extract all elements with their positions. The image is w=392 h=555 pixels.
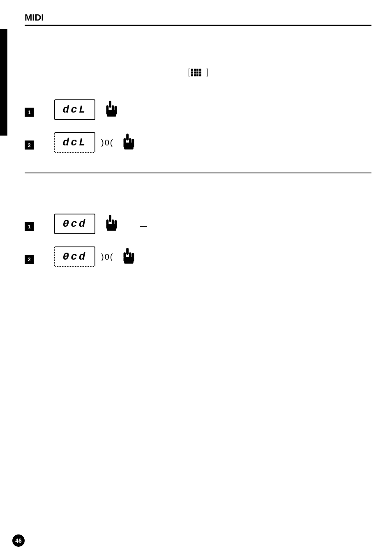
step2-box: 2 bbox=[25, 140, 34, 150]
section2-step1-box: 1 bbox=[25, 222, 34, 231]
speaker-close-icon: ) bbox=[101, 138, 104, 147]
page-container: MIDI 1 bbox=[0, 0, 392, 555]
s2-speaker-mid-icon: 0 bbox=[105, 252, 109, 262]
page-number: 46 bbox=[12, 534, 25, 547]
svg-rect-18 bbox=[127, 248, 129, 255]
svg-rect-5 bbox=[107, 113, 116, 116]
svg-rect-23 bbox=[125, 260, 134, 263]
section1-step2: 2 dcL ) 0 ( bbox=[25, 129, 371, 160]
s2-speaker-open-icon: ( bbox=[110, 252, 113, 262]
left-sidebar bbox=[0, 29, 7, 136]
step2-speaker-icons: ) 0 ( bbox=[101, 138, 113, 147]
step1-box: 1 bbox=[25, 108, 34, 117]
section2: 1 0cd bbox=[25, 210, 371, 274]
section2-step1-display-row: 0cd bbox=[54, 214, 371, 234]
svg-rect-12 bbox=[109, 215, 111, 222]
top-spacer bbox=[25, 26, 371, 63]
underline-ref bbox=[140, 221, 147, 227]
s2-speaker-close-icon: ) bbox=[101, 252, 104, 262]
section1: 1 dcL bbox=[25, 96, 371, 160]
page-title: MIDI bbox=[25, 12, 371, 23]
step1-hand-icon bbox=[101, 99, 122, 120]
step1-dcl-display: dcL bbox=[54, 99, 95, 120]
svg-rect-11 bbox=[125, 146, 134, 149]
keyboard-icon-area bbox=[25, 68, 371, 77]
section2-step1-ocd-display: 0cd bbox=[54, 214, 95, 234]
section2-step2: 2 0cd ) 0 ( bbox=[25, 243, 371, 274]
header: MIDI bbox=[25, 12, 371, 26]
svg-rect-0 bbox=[109, 101, 111, 108]
section2-step1-hand-icon bbox=[101, 214, 122, 234]
section2-step1: 1 0cd bbox=[25, 210, 371, 242]
step2-display-row: dcL ) 0 ( bbox=[54, 132, 371, 153]
svg-rect-6 bbox=[127, 134, 129, 140]
section2-step2-speaker-icons: ) 0 ( bbox=[101, 252, 113, 262]
step2-dcl-display: dcL bbox=[54, 132, 95, 153]
keyboard-icon bbox=[189, 68, 208, 77]
step1-display-row: dcL bbox=[54, 99, 371, 120]
speaker-mid-icon: 0 bbox=[105, 138, 109, 147]
section2-divider bbox=[25, 173, 371, 173]
section2-step2-display-row: 0cd ) 0 ( bbox=[54, 246, 371, 267]
section2-step2-hand-icon bbox=[118, 246, 139, 267]
section2-step2-box: 2 bbox=[25, 255, 34, 264]
speaker-open-icon: ( bbox=[110, 138, 113, 147]
step2-hand-icon bbox=[118, 132, 139, 153]
section1-step1: 1 dcL bbox=[25, 96, 371, 127]
section2-step2-ocd-display: 0cd bbox=[54, 246, 95, 267]
svg-rect-17 bbox=[107, 227, 116, 230]
